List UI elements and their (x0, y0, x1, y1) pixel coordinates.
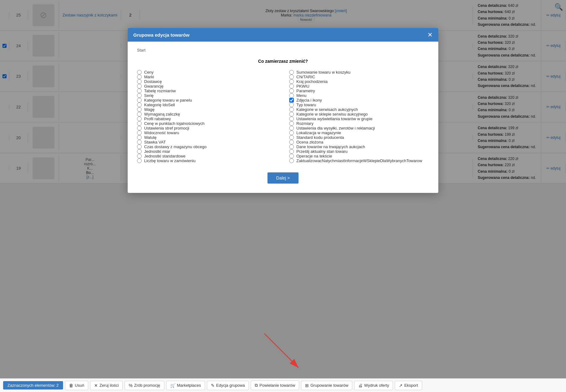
label-operacje-tekst[interactable]: Operacje na tekście (296, 154, 332, 158)
option-dostawce: Dostawcę (137, 79, 277, 84)
option-operacje-tekst: Operacje na tekście (289, 154, 429, 158)
label-zaliczke[interactable]: Wymaganą zaliczkę (144, 112, 180, 116)
label-serie[interactable]: Serię (144, 93, 153, 98)
option-ustawienia-wysylki: Ustawienia dla wysyłki, zwrotów i reklam… (289, 126, 429, 130)
label-jednostki-miar[interactable]: Jednostki miar (144, 149, 170, 154)
radio-ustawienia-wysylki[interactable] (289, 126, 294, 130)
label-jednostki-std[interactable]: Jednostki standardowe (144, 154, 185, 158)
radio-kat-idosell[interactable] (137, 103, 142, 107)
label-gwarancje[interactable]: Gwarancję (144, 84, 163, 89)
radio-typ[interactable] (289, 103, 294, 107)
label-sumowanie[interactable]: Sumowanie towaru w koszyku (296, 70, 350, 75)
modal-footer: Dalej > (137, 172, 429, 184)
label-widocznosc[interactable]: Widoczność towaru (144, 130, 179, 135)
radio-menu[interactable] (289, 93, 294, 98)
radio-zaktualizuj[interactable] (289, 158, 294, 163)
radio-kat-panel[interactable] (137, 98, 142, 103)
radio-cn-taric[interactable] (289, 75, 294, 79)
radio-kraj[interactable] (289, 79, 294, 84)
radio-operacje-tekst[interactable] (289, 154, 294, 158)
radio-strefy[interactable] (137, 126, 142, 130)
option-ocena: Ocena złożona (289, 140, 429, 144)
label-lokalizacja[interactable]: Lokalizacja w magazynie (296, 130, 341, 135)
label-ceny[interactable]: Ceny (144, 70, 153, 75)
option-jednostki-miar: Jednostki miar (137, 149, 277, 154)
checkbox-zdjecia[interactable] (289, 98, 294, 103)
option-kat-sklep-aukcja: Kategorie w sklepie serwisu aukcyjnego (289, 112, 429, 116)
label-typ[interactable]: Typ towaru (296, 103, 316, 107)
label-przeslij-stan[interactable]: Prześlij aktualny stan towaru (296, 149, 348, 154)
radio-profil[interactable] (137, 116, 142, 121)
option-zdjecia: Zdjęcia i ikony (289, 98, 429, 103)
radio-tabele[interactable] (137, 89, 142, 93)
radio-standard-kodu[interactable] (289, 135, 294, 140)
label-walute[interactable]: Walutę (144, 135, 157, 140)
radio-serie[interactable] (137, 93, 142, 98)
label-ocena[interactable]: Ocena złożona (296, 140, 323, 144)
label-cena-pkt[interactable]: Cenę w punktach lojalnościowych (144, 121, 204, 126)
label-dostawce[interactable]: Dostawcę (144, 79, 162, 84)
radio-rozmiary[interactable] (289, 121, 294, 126)
option-kraj: Kraj pochodzenia (289, 79, 429, 84)
radio-sumowanie[interactable] (289, 70, 294, 75)
radio-dane-aukcja[interactable] (289, 144, 294, 149)
next-button[interactable]: Dalej > (267, 172, 299, 184)
option-standard-kodu: Standard kodu producenta (289, 135, 429, 140)
radio-jednostki-miar[interactable] (137, 149, 142, 154)
label-kraj[interactable]: Kraj pochodzenia (296, 79, 327, 84)
radio-kat-sklep-aukcja[interactable] (289, 112, 294, 116)
label-marki[interactable]: Marki (144, 75, 154, 79)
radio-ceny[interactable] (137, 70, 142, 75)
label-wage[interactable]: Wagę (144, 107, 154, 112)
option-menu: Menu (289, 93, 429, 98)
radio-wage[interactable] (137, 107, 142, 112)
radio-parametry[interactable] (289, 89, 294, 93)
radio-walute[interactable] (137, 135, 142, 140)
radio-kat-aukcja[interactable] (289, 107, 294, 112)
option-strefy: Ustawienia stref promocji (137, 126, 277, 130)
label-zaktualizuj[interactable]: ZaktualizowacNatychmiastInformacjeWSklep… (296, 158, 422, 163)
label-menu[interactable]: Menu (296, 93, 307, 98)
label-ustawienia-wysylki[interactable]: Ustawienia dla wysyłki, zwrotów i reklam… (296, 126, 375, 130)
radio-marki[interactable] (137, 75, 142, 79)
label-kat-sklep-aukcja[interactable]: Kategorie w sklepie serwisu aukcyjnego (296, 112, 368, 116)
option-wage: Wagę (137, 107, 277, 112)
radio-pkwiu[interactable] (289, 84, 294, 89)
option-kat-panel: Kategorię towaru w panelu (137, 98, 277, 103)
label-czas-dostawy[interactable]: Czas dostawy z magazynu obcego (144, 144, 207, 149)
label-profil[interactable]: Profil rabatowy (144, 116, 171, 121)
option-vat: Stawka VAT (137, 140, 277, 144)
label-liczbe-zam[interactable]: Liczbę towaru w zamówieniu (144, 158, 195, 163)
label-strefy[interactable]: Ustawienia stref promocji (144, 126, 189, 130)
label-rozmiary[interactable]: Rozmiary (296, 121, 313, 126)
radio-dostawce[interactable] (137, 79, 142, 84)
label-kat-aukcja[interactable]: Kategorie w serwisach aukcyjnych (296, 107, 358, 112)
radio-przeslij-stan[interactable] (289, 149, 294, 154)
label-kat-panel[interactable]: Kategorię towaru w panelu (144, 98, 192, 103)
close-button[interactable]: ✕ (427, 32, 433, 38)
label-tabele[interactable]: Tabelę rozmiarów (144, 89, 176, 93)
label-zdjecia[interactable]: Zdjęcia i ikony (296, 98, 322, 103)
radio-lokalizacja[interactable] (289, 130, 294, 135)
radio-widocznosc[interactable] (137, 130, 142, 135)
radio-zaliczke[interactable] (137, 112, 142, 116)
option-liczbe-zam: Liczbę towaru w zamówieniu (137, 158, 277, 163)
radio-gwarancje[interactable] (137, 84, 142, 89)
radio-cena-pkt[interactable] (137, 121, 142, 126)
options-grid: Ceny Marki Dostawcę Gwarancję (137, 70, 429, 163)
label-pkwiu[interactable]: PKWiU (296, 84, 309, 89)
radio-ocena[interactable] (289, 140, 294, 144)
label-parametry[interactable]: Parametry (296, 89, 315, 93)
radio-jednostki-std[interactable] (137, 154, 142, 158)
radio-vat[interactable] (137, 140, 142, 144)
radio-liczbe-zam[interactable] (137, 158, 142, 163)
option-serie: Serię (137, 93, 277, 98)
radio-ustawienia-wyswietlania[interactable] (289, 116, 294, 121)
label-kat-idosell[interactable]: Kategorię IdoSell (144, 103, 175, 107)
label-vat[interactable]: Stawka VAT (144, 140, 166, 144)
label-cn-taric[interactable]: CN/TARIC (296, 75, 315, 79)
label-standard-kodu[interactable]: Standard kodu producenta (296, 135, 344, 140)
radio-czas-dostawy[interactable] (137, 144, 142, 149)
label-ustawienia-wyswietlania[interactable]: Ustawienia wyświetlania towarów w grupie (296, 116, 372, 121)
label-dane-aukcja[interactable]: Dane towarów na trwających aukcjach (296, 144, 365, 149)
